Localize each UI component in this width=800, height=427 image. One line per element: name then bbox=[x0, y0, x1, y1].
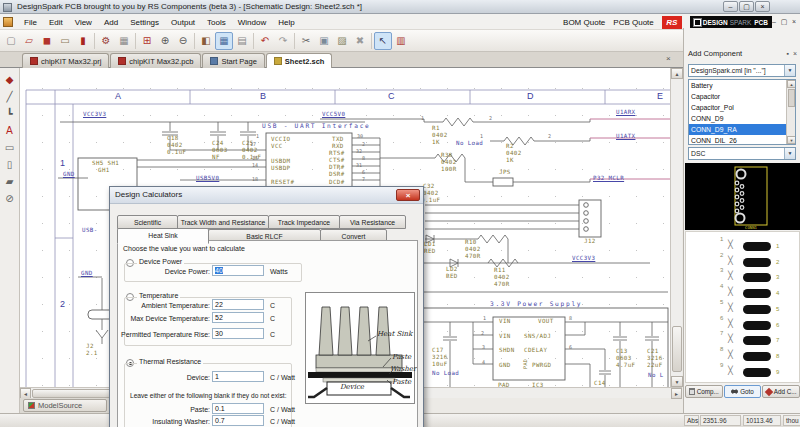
component-item-capacitor-pol[interactable]: Capacitor_Pol bbox=[689, 102, 787, 113]
add-shape-tool[interactable]: ▭ bbox=[1, 139, 19, 156]
permitted-temperature-rise-input[interactable]: 30 bbox=[212, 328, 264, 339]
zoom-out-button[interactable]: ⊖ bbox=[174, 32, 192, 50]
max-device-temperature-input[interactable]: 52 bbox=[212, 312, 264, 323]
minimize-button[interactable]: – bbox=[723, 1, 738, 12]
bom-quote-link[interactable]: BOM Quote bbox=[563, 18, 605, 27]
pin-x-mark: ╳ bbox=[728, 334, 733, 343]
goto-button[interactable]: Goto bbox=[724, 385, 762, 398]
colors-button[interactable]: ◧ bbox=[197, 32, 215, 50]
vertical-scroll-thumb[interactable] bbox=[672, 326, 682, 372]
panel-close-icon[interactable]: × bbox=[793, 50, 797, 57]
add-component-button[interactable]: Add C... bbox=[762, 385, 800, 398]
temperature-group-label: Temperature bbox=[137, 292, 180, 299]
library-select[interactable]: DesignSpark.cml [in "..."] ▼ bbox=[688, 64, 796, 77]
screen-grab-button[interactable]: ▤ bbox=[233, 32, 251, 50]
modelsource-button[interactable]: ModelSource bbox=[23, 399, 107, 412]
add-filled-rectangle-tool[interactable]: ▰ bbox=[1, 173, 19, 190]
device-power-input[interactable]: 40 bbox=[212, 265, 264, 276]
library-button[interactable]: ▮ bbox=[74, 32, 92, 50]
list-scroll-thumb[interactable] bbox=[788, 89, 795, 107]
zoom-in-button[interactable]: ⊕ bbox=[156, 32, 174, 50]
pin-x-mark: ╳ bbox=[728, 287, 733, 296]
redo-button[interactable]: ↷ bbox=[274, 32, 292, 50]
select-mode-button[interactable]: ↖ bbox=[374, 32, 392, 50]
restore-button[interactable]: ▢ bbox=[739, 1, 754, 12]
cut-button[interactable]: ✂ bbox=[297, 32, 315, 50]
save-button[interactable]: ◼ bbox=[38, 32, 56, 50]
scroll-right-icon[interactable]: ► bbox=[671, 388, 682, 399]
settings-button[interactable]: ⚙ bbox=[97, 32, 115, 50]
dialog-titlebar[interactable]: Design Calculators × bbox=[110, 187, 423, 204]
new-button[interactable]: ▢ bbox=[2, 32, 20, 50]
ambient-temperature-label: Ambient Temperature: bbox=[120, 302, 210, 309]
chevron-down-icon[interactable]: ▼ bbox=[784, 148, 795, 159]
insulating-washer-input[interactable]: 0.7 bbox=[212, 415, 264, 426]
pin-icon[interactable]: ▪ bbox=[786, 50, 788, 57]
thermal-device-input[interactable]: 1 bbox=[212, 371, 264, 382]
add-bus-tool[interactable]: ┗ bbox=[1, 105, 19, 122]
menu-add[interactable]: Add bbox=[98, 18, 124, 27]
document-close-button[interactable]: × bbox=[666, 54, 671, 63]
menu-help[interactable]: Help bbox=[272, 18, 300, 27]
delete-button[interactable]: ✖ bbox=[351, 32, 369, 50]
pcb-quote-link[interactable]: PCB Quote bbox=[613, 18, 653, 27]
mdi-close-button[interactable]: × bbox=[790, 17, 798, 26]
add-circle-tool[interactable]: ⊘ bbox=[1, 190, 19, 207]
tab-start-page[interactable]: Start Page bbox=[202, 53, 264, 68]
scroll-down-icon[interactable]: ▼ bbox=[671, 376, 683, 387]
menu-output[interactable]: Output bbox=[165, 18, 201, 27]
chevron-down-icon[interactable]: ▼ bbox=[784, 65, 795, 76]
tab-chipkit-max32-pcb[interactable]: chipKIT Max32.pcb bbox=[110, 53, 201, 68]
component-item-battery[interactable]: Battery bbox=[689, 80, 787, 91]
dialog-tab-heat-sink[interactable]: Heat Sink bbox=[117, 228, 209, 244]
add-wire-tool[interactable]: ╱ bbox=[1, 88, 19, 105]
design-technology-button[interactable]: ▦ bbox=[115, 32, 133, 50]
menu-view[interactable]: View bbox=[69, 18, 98, 27]
mdi-minimize-button[interactable]: – bbox=[770, 17, 778, 26]
schematic-label: RTS# bbox=[329, 151, 345, 157]
scroll-up-icon[interactable]: ▲ bbox=[671, 68, 683, 79]
component-bin-button[interactable]: ▥ bbox=[392, 32, 410, 50]
settings-icon: ⚙ bbox=[102, 36, 111, 46]
list-scroll-down-icon[interactable]: ▼ bbox=[787, 136, 796, 144]
menu-tools[interactable]: Tools bbox=[201, 18, 232, 27]
add-rectangle-tool[interactable]: ▯ bbox=[1, 156, 19, 173]
menu-edit[interactable]: Edit bbox=[43, 18, 69, 27]
tab-chipkit-max32-prj[interactable]: chipKIT Max32.prj bbox=[22, 53, 109, 68]
component-item-conn-dil-26[interactable]: CONN_DIL_26 bbox=[689, 135, 787, 145]
grid-icon: ▦ bbox=[219, 36, 228, 46]
ambient-temperature-input[interactable]: 22 bbox=[212, 299, 264, 310]
undo-button[interactable]: ↶ bbox=[256, 32, 274, 50]
component-item-conn-d9[interactable]: CONN_D9 bbox=[689, 113, 787, 124]
colors-icon: ◧ bbox=[201, 36, 210, 46]
component-item-conn-d9-ra[interactable]: CONN_D9_RA bbox=[689, 124, 787, 135]
add-text-tool[interactable]: A bbox=[1, 122, 19, 139]
component-item-capacitor[interactable]: Capacitor bbox=[689, 91, 787, 102]
add-component-tool[interactable]: ◆ bbox=[1, 71, 19, 88]
insulating-washer-unit: C / Watt bbox=[270, 418, 295, 425]
canvas-vertical-scrollbar[interactable]: ▲ ▼ bbox=[670, 68, 682, 387]
component-list-scrollbar[interactable]: ▲ ▼ bbox=[786, 80, 795, 144]
brand-pcb: PCB bbox=[754, 16, 768, 29]
close-design-button[interactable]: ▭ bbox=[56, 32, 74, 50]
thermal-paste-input[interactable]: 0.1 bbox=[212, 403, 264, 414]
menu-file[interactable]: File bbox=[18, 18, 43, 27]
grid-button[interactable]: ▦ bbox=[215, 32, 233, 50]
save-icon: ◼ bbox=[43, 36, 51, 46]
open-button[interactable]: ▱ bbox=[20, 32, 38, 50]
component-button[interactable]: Comp... bbox=[685, 385, 723, 398]
schematic-label: USBDP bbox=[271, 166, 290, 172]
toolbar-separator bbox=[253, 33, 254, 49]
menu-window[interactable]: Window bbox=[232, 18, 272, 27]
view-all-button[interactable]: ⊞ bbox=[138, 32, 156, 50]
close-button[interactable]: × bbox=[755, 1, 770, 12]
copy-button[interactable]: ▣ bbox=[315, 32, 333, 50]
pin-number-left: 5 bbox=[720, 299, 723, 305]
mdi-restore-button[interactable]: ▢ bbox=[780, 17, 788, 26]
dialog-close-button[interactable]: × bbox=[396, 189, 420, 201]
tab-sheet2-sch[interactable]: Sheet2.sch bbox=[266, 53, 333, 68]
menu-settings[interactable]: Settings bbox=[124, 18, 165, 27]
package-select[interactable]: DSC ▼ bbox=[688, 147, 796, 160]
list-scroll-up-icon[interactable]: ▲ bbox=[787, 80, 796, 88]
paste-button[interactable]: ▨ bbox=[333, 32, 351, 50]
